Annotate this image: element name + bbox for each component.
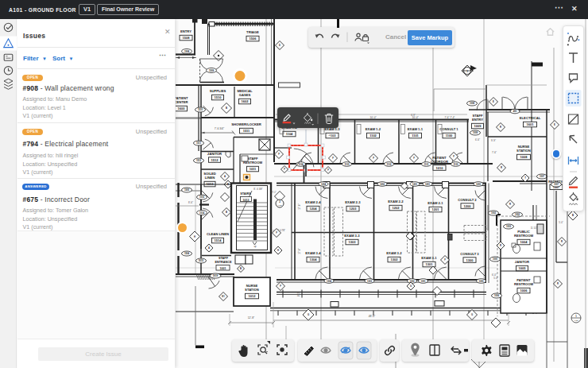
svg-text:9'-9": 9'-9" [491,139,496,142]
svg-text:1506: 1506 [250,37,257,41]
svg-text:F: F [444,258,446,261]
svg-text:F: F [332,157,334,160]
svg-text:R: R [500,244,501,247]
svg-text:F: F [453,155,455,158]
svg-text:G: G [308,313,309,316]
svg-text:R: R [500,126,501,129]
svg-text:12'-8": 12'-8" [248,316,255,320]
svg-text:CONSULT 2: CONSULT 2 [458,198,477,202]
svg-text:R: R [557,282,559,285]
svg-text:up: up [253,245,257,248]
svg-text:1009: 1009 [474,124,482,128]
svg-text:1013: 1013 [243,199,250,202]
svg-text:ENTRANCE: ENTRANCE [215,261,232,264]
svg-text:1301: 1301 [420,280,426,283]
svg-text:EXAM 1-1: EXAM 1-1 [408,127,424,131]
svg-text:1512: 1512 [196,159,202,162]
svg-text:1005: 1005 [519,266,527,270]
svg-text:F: F [276,231,277,234]
svg-text:R: R [509,203,511,206]
svg-text:RESTROOM: RESTROOM [514,234,534,238]
svg-text:F: F [278,153,280,156]
svg-text:1101: 1101 [412,134,419,138]
svg-text:1104: 1104 [286,132,293,136]
svg-text:E: E [554,123,555,126]
svg-text:1014: 1014 [199,211,205,215]
svg-text:F: F [373,157,374,160]
svg-text:1103: 1103 [344,163,350,166]
svg-text:LINEN: LINEN [205,176,215,180]
svg-text:1300: 1300 [478,280,484,283]
svg-text:1601: 1601 [527,122,535,126]
svg-text:7'-6": 7'-6" [492,151,497,154]
svg-text:5015: 5015 [199,259,204,262]
svg-text:EXAM 3-4: EXAM 3-4 [305,251,321,255]
svg-text:1508: 1508 [184,50,190,53]
svg-text:A: A [208,246,210,250]
svg-text:CONSULT 1: CONSULT 1 [439,127,458,131]
svg-text:COORDOR: COORDOR [431,160,448,164]
svg-text:TRIAGE: TRIAGE [246,30,259,34]
svg-text:JANITOR: JANITOR [515,260,529,264]
svg-text:D: D [279,44,280,47]
svg-text:1011: 1011 [250,167,257,171]
svg-text:1203: 1203 [350,207,358,211]
svg-text:6'-9": 6'-9" [411,114,416,117]
svg-text:H: H [277,249,279,252]
svg-text:1004: 1004 [520,240,528,244]
svg-text:1104: 1104 [298,163,304,166]
svg-text:H: H [194,235,195,238]
svg-text:ENTRY: ENTRY [472,118,483,122]
svg-text:B: B [226,107,227,110]
svg-text:EXAM 3-2: EXAM 3-2 [386,251,402,255]
svg-text:11 1/2": 11 1/2" [531,227,538,230]
svg-text:1101: 1101 [424,163,429,166]
svg-text:1303: 1303 [349,240,357,244]
svg-text:ENTRY: ENTRY [180,29,191,33]
svg-text:EXAM 2-4: EXAM 2-4 [305,200,321,204]
svg-text:1006: 1006 [520,289,528,292]
svg-text:1012: 1012 [249,294,257,298]
svg-text:1301: 1301 [426,262,434,266]
svg-text:48'-0": 48'-0" [369,315,376,318]
svg-text:1200: 1200 [464,204,472,208]
svg-text:JANITOR: JANITOR [207,152,222,156]
svg-text:R: R [561,240,563,243]
svg-text:6'-0": 6'-0" [492,273,497,277]
svg-text:8'-6": 8'-6" [188,201,193,204]
svg-text:1505: 1505 [184,188,190,192]
svg-text:1511: 1511 [196,141,202,145]
svg-text:A401: A401 [277,204,282,206]
svg-text:EXAM 3-3: EXAM 3-3 [344,234,360,238]
svg-text:ELECTRICAL: ELECTRICAL [520,116,541,120]
svg-text:STAIRS: STAIRS [240,192,251,196]
svg-text:1003: 1003 [506,225,512,228]
svg-text:1008: 1008 [470,102,475,105]
svg-text:GASES: GASES [239,93,251,97]
svg-text:1202: 1202 [393,206,400,210]
svg-text:1204: 1204 [321,183,327,186]
svg-text:1602: 1602 [242,99,250,103]
svg-text:1102: 1102 [386,163,392,166]
svg-text:A: A [224,175,226,178]
svg-text:F: F [413,157,415,160]
svg-text:1008: 1008 [520,155,528,159]
svg-text:1510: 1510 [215,95,222,99]
svg-text:1100: 1100 [453,163,458,166]
svg-text:1102: 1102 [369,134,377,138]
svg-text:5'-0": 5'-0" [559,221,563,224]
svg-text:SUPPLIES: SUPPLIES [210,89,226,93]
svg-text:B: B [226,211,227,214]
svg-text:1514: 1514 [215,238,222,242]
svg-text:1100: 1100 [446,134,453,138]
svg-text:400: 400 [513,110,517,113]
svg-text:17'-0": 17'-0" [298,248,301,254]
svg-text:B: B [240,267,242,270]
svg-text:SHOWER/LOCKER: SHOWER/LOCKER [231,122,261,126]
svg-text:1504: 1504 [184,252,190,255]
svg-text:1302: 1302 [391,258,399,261]
svg-text:CENTER: CENTER [176,100,188,104]
svg-text:EXAM 2-2: EXAM 2-2 [388,199,404,203]
svg-text:7'-6" 7'-4": 7'-6" 7'-4" [445,116,455,119]
svg-text:1201: 1201 [412,183,418,186]
